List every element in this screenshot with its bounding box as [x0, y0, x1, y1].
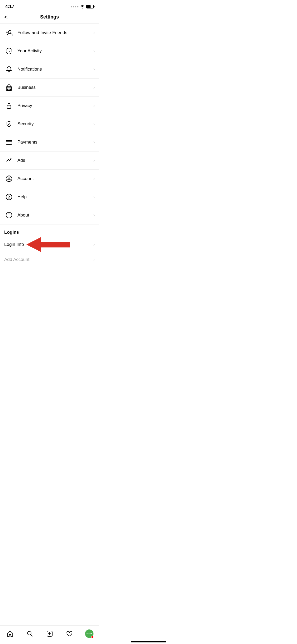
business-chevron: ›: [93, 85, 95, 90]
svg-point-19: [9, 214, 9, 214]
login-info-label: Login Info: [4, 242, 93, 247]
status-bar: 4:17: [0, 0, 99, 12]
settings-item-follow[interactable]: Follow and Invite Friends ›: [0, 24, 99, 42]
follow-chevron: ›: [93, 30, 95, 35]
status-icons: [71, 5, 94, 8]
activity-icon: [4, 46, 14, 56]
page-title: Settings: [40, 14, 59, 20]
settings-item-notifications[interactable]: Notifications ›: [0, 60, 99, 79]
payments-icon: [4, 137, 14, 147]
security-chevron: ›: [93, 122, 95, 126]
help-label: Help: [17, 194, 93, 200]
business-label: Business: [17, 85, 93, 90]
help-chevron: ›: [93, 195, 95, 199]
svg-rect-7: [7, 105, 11, 108]
ads-label: Ads: [17, 158, 93, 163]
svg-point-14: [8, 177, 10, 179]
battery-icon: [86, 5, 94, 8]
settings-item-security[interactable]: Security ›: [0, 115, 99, 133]
status-time: 4:17: [5, 4, 14, 9]
ads-icon: [4, 156, 14, 165]
account-icon: [4, 174, 14, 183]
privacy-icon: [4, 101, 14, 111]
settings-item-about[interactable]: About ›: [0, 206, 99, 224]
settings-item-business[interactable]: Business ›: [0, 79, 99, 97]
svg-rect-8: [6, 140, 12, 144]
privacy-chevron: ›: [93, 103, 95, 108]
add-account-chevron: ›: [93, 257, 95, 262]
settings-item-payments[interactable]: Payments ›: [0, 133, 99, 151]
ads-chevron: ›: [93, 158, 95, 163]
about-chevron: ›: [93, 213, 95, 218]
settings-item-add-account[interactable]: Add Account ›: [0, 252, 99, 267]
logins-section-header: Logins: [0, 224, 99, 237]
svg-rect-6: [10, 89, 11, 90]
settings-item-login-info[interactable]: Login Info ›: [0, 237, 99, 252]
payments-chevron: ›: [93, 140, 95, 145]
settings-item-privacy[interactable]: Privacy ›: [0, 97, 99, 115]
svg-rect-4: [6, 87, 12, 90]
activity-label: Your Activity: [17, 48, 93, 54]
security-icon: [4, 119, 14, 129]
add-account-label: Add Account: [4, 257, 93, 262]
settings-item-help[interactable]: Help ›: [0, 188, 99, 206]
business-icon: [4, 83, 14, 92]
nav-header: < Settings: [0, 12, 99, 24]
notifications-label: Notifications: [17, 67, 93, 72]
main-content: Follow and Invite Friends › Your Activit…: [0, 24, 99, 288]
settings-list: Follow and Invite Friends › Your Activit…: [0, 24, 99, 224]
help-icon: [4, 192, 14, 202]
back-button[interactable]: <: [4, 14, 8, 21]
follow-label: Follow and Invite Friends: [17, 30, 93, 35]
privacy-label: Privacy: [17, 103, 93, 108]
account-label: Account: [17, 176, 93, 181]
svg-rect-5: [7, 89, 8, 90]
about-icon: [4, 210, 14, 220]
wifi-icon: [80, 5, 85, 8]
about-label: About: [17, 213, 93, 218]
follow-icon: [4, 28, 14, 38]
svg-point-0: [8, 30, 11, 33]
signal-icon: [71, 6, 78, 7]
svg-point-16: [9, 199, 9, 199]
settings-item-activity[interactable]: Your Activity ›: [0, 42, 99, 60]
login-info-chevron: ›: [93, 242, 95, 247]
account-chevron: ›: [93, 176, 95, 181]
logins-title: Logins: [4, 230, 19, 235]
settings-item-ads[interactable]: Ads ›: [0, 151, 99, 170]
security-label: Security: [17, 121, 93, 127]
notifications-icon: [4, 65, 14, 74]
payments-label: Payments: [17, 140, 93, 145]
activity-chevron: ›: [93, 49, 95, 53]
notifications-chevron: ›: [93, 67, 95, 72]
settings-item-account[interactable]: Account ›: [0, 170, 99, 188]
